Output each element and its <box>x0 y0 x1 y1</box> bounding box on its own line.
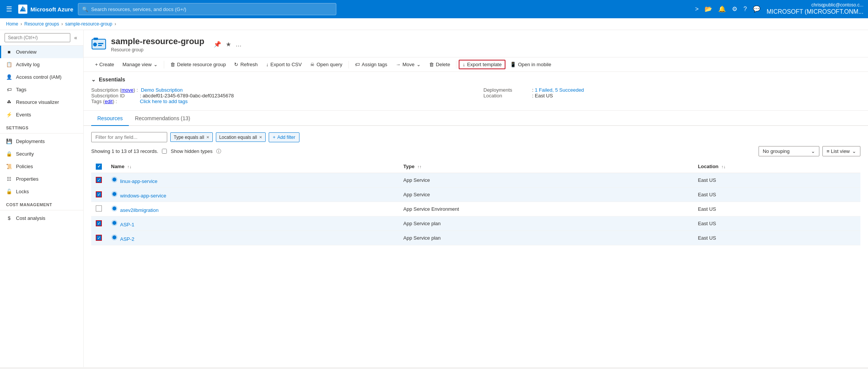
rg-icon <box>91 36 106 52</box>
refresh-button[interactable]: ↻ Refresh <box>230 60 261 69</box>
resource-type-icon <box>111 234 118 241</box>
open-query-button[interactable]: ☠ Open query <box>306 60 346 69</box>
tags-add-link[interactable]: Click here to add tags <box>140 99 188 104</box>
delete-button[interactable]: 🗑 Delete <box>425 60 454 69</box>
policies-icon: 📜 <box>6 164 12 169</box>
tab-resources[interactable]: Resources <box>91 111 129 126</box>
row-location: East US <box>693 216 860 231</box>
azure-logo-text: Microsoft Azure <box>30 6 73 13</box>
row-checkbox[interactable]: ✓ <box>96 177 102 183</box>
azure-logo-icon <box>18 5 27 14</box>
sidebar-item-resource-visualizer[interactable]: ☘ Resource visualizer <box>0 96 83 108</box>
sidebar-item-overview[interactable]: ■ Overview <box>0 46 83 58</box>
resources-content: Type equals all × Location equals all × … <box>84 126 868 251</box>
filter-input[interactable] <box>91 132 167 142</box>
tag-icon: 🏷 <box>355 62 360 67</box>
tags-edit-link[interactable]: edit <box>105 99 112 104</box>
name-sort-icon[interactable]: ↑↓ <box>127 164 131 169</box>
deployments-link[interactable]: 1 Failed, 5 Succeeded <box>535 87 584 93</box>
settings-icon[interactable]: ⚙ <box>732 5 737 13</box>
sidebar-item-activity-log[interactable]: 📋 Activity log <box>0 58 83 71</box>
sidebar-item-cost-analysis[interactable]: $ Cost analysis <box>0 212 83 224</box>
essentials-title: Essentials <box>99 76 125 83</box>
table-row: ✓ linux-app-serviceApp ServiceEast US <box>91 173 860 187</box>
essentials-header[interactable]: ⌄ Essentials <box>91 76 860 83</box>
resource-name-link[interactable]: windows-app-service <box>120 193 166 199</box>
row-name: windows-app-service <box>106 187 399 202</box>
resource-type-icon <box>111 205 118 212</box>
show-hidden-checkbox[interactable] <box>162 149 167 154</box>
show-hidden-info-icon[interactable]: ⓘ <box>216 148 221 155</box>
sidebar-item-tags[interactable]: 🏷 Tags <box>0 83 83 96</box>
cloud-shell-icon[interactable]: > <box>695 6 699 13</box>
assign-tags-button[interactable]: 🏷 Assign tags <box>351 60 391 69</box>
sidebar-item-events[interactable]: ⚡ Events <box>0 108 83 121</box>
location-filter-remove[interactable]: × <box>259 134 262 140</box>
sidebar-item-deployments[interactable]: 💾 Deployments <box>0 135 83 148</box>
subscription-move-link[interactable]: move <box>121 87 133 93</box>
rg-title-container: sample-resource-group Resource group <box>111 37 204 52</box>
breadcrumb-current-rg[interactable]: sample-resource-group <box>65 21 112 27</box>
breadcrumb-home[interactable]: Home <box>6 21 18 27</box>
sidebar-label-policies: Policies <box>16 164 33 169</box>
row-checkbox[interactable] <box>96 205 102 212</box>
open-mobile-button[interactable]: 📱 Open in mobile <box>506 60 555 69</box>
row-checkbox-cell <box>91 202 106 216</box>
notifications-icon[interactable]: 🔔 <box>718 5 726 13</box>
subscription-value: Demo Subscription <box>141 87 183 93</box>
deployments-value: : 1 Failed, 5 Succeeded <box>532 87 584 93</box>
resource-name-link[interactable]: asev2ilbmigration <box>120 207 158 213</box>
row-checkbox[interactable]: ✓ <box>96 191 102 197</box>
help-icon[interactable]: ? <box>743 6 747 13</box>
export-template-button[interactable]: ↓ Export template <box>459 60 505 69</box>
resource-name-link[interactable]: linux-app-service <box>120 178 157 184</box>
toolbar-separator-3 <box>456 61 456 68</box>
row-name: ASP-1 <box>106 216 399 231</box>
subscription-link[interactable]: Demo Subscription <box>141 87 183 93</box>
create-button[interactable]: + Create <box>91 60 118 69</box>
list-view-dropdown[interactable]: ≡ List view ⌄ <box>822 146 860 156</box>
sidebar-collapse-icon[interactable]: « <box>73 33 79 42</box>
toolbar-separator-2 <box>348 61 349 68</box>
locks-icon: 🔓 <box>6 189 12 194</box>
delete-rg-button[interactable]: 🗑 Delete resource group <box>166 60 230 69</box>
svg-point-17 <box>112 235 116 239</box>
menu-icon[interactable]: ☰ <box>5 3 14 15</box>
content-tabs: Resources Recommendations (13) <box>84 111 868 126</box>
directory-icon[interactable]: 📂 <box>705 5 712 13</box>
delete-label: Delete <box>436 62 450 67</box>
sidebar-search-input[interactable] <box>5 33 70 42</box>
resource-name-link[interactable]: ASP-2 <box>120 236 135 242</box>
add-filter-button[interactable]: + Add filter <box>269 132 299 142</box>
sidebar-item-iam[interactable]: 👤 Access control (IAM) <box>0 71 83 83</box>
favorite-button[interactable]: ★ <box>224 39 233 49</box>
sidebar-item-properties[interactable]: ☷ Properties <box>0 173 83 185</box>
more-button[interactable]: … <box>234 40 243 49</box>
location-sort-icon[interactable]: ↑↓ <box>721 164 725 169</box>
sidebar-item-locks[interactable]: 🔓 Locks <box>0 185 83 198</box>
export-csv-button[interactable]: ↓ Export to CSV <box>262 60 306 69</box>
visualizer-icon: ☘ <box>6 99 12 105</box>
grouping-dropdown[interactable]: No grouping ⌄ <box>759 146 819 156</box>
select-all-checkbox[interactable]: ✓ <box>96 164 102 170</box>
manage-view-chevron: ⌄ <box>154 62 158 67</box>
trash-icon: 🗑 <box>170 62 175 67</box>
resource-type-icon <box>111 176 118 183</box>
resource-name-link[interactable]: ASP-1 <box>120 222 135 227</box>
move-button[interactable]: → Move ⌄ <box>392 60 424 69</box>
row-checkbox[interactable]: ✓ <box>96 235 102 241</box>
feedback-icon[interactable]: 💬 <box>753 5 760 13</box>
sidebar-item-policies[interactable]: 📜 Policies <box>0 160 83 173</box>
global-search[interactable]: 🔍 Search resources, services, and docs (… <box>78 3 336 15</box>
tab-recommendations[interactable]: Recommendations (13) <box>129 111 196 126</box>
cost-section-label: Cost Management <box>0 198 83 208</box>
show-hidden-label: Show hidden types <box>171 148 212 154</box>
type-filter-remove[interactable]: × <box>206 134 209 140</box>
pin-button[interactable]: 📌 <box>212 39 223 49</box>
user-profile[interactable]: chrisqpublic@contoso.c... MICROSOFT (MIC… <box>767 2 863 16</box>
breadcrumb-resource-groups[interactable]: Resource groups <box>24 21 59 27</box>
manage-view-button[interactable]: Manage view ⌄ <box>119 60 162 69</box>
row-checkbox[interactable]: ✓ <box>96 220 102 226</box>
type-sort-icon[interactable]: ↑↑ <box>417 164 421 169</box>
sidebar-item-security[interactable]: 🔒 Security <box>0 148 83 160</box>
